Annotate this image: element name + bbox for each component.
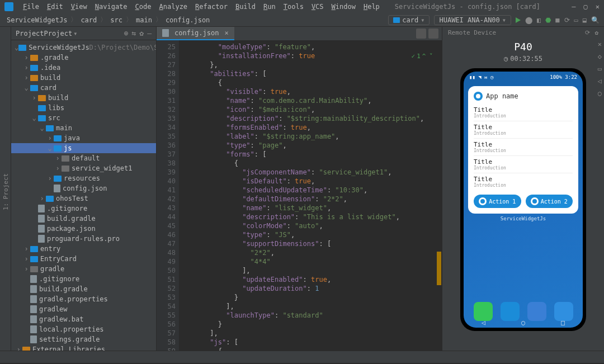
tree-node[interactable]: ›build — [11, 93, 156, 103]
expand-icon[interactable]: › — [38, 195, 46, 202]
gear-icon[interactable]: ✿ — [594, 29, 598, 36]
tab-project[interactable]: 1: Project — [1, 32, 11, 351]
run-icon[interactable] — [516, 17, 521, 23]
run-config-selector[interactable]: card ▾ — [388, 15, 430, 25]
card-action-2[interactable]: Action 2 — [526, 195, 573, 208]
card-action-1[interactable]: Action 1 — [474, 195, 521, 208]
tree-node[interactable]: ›.idea — [11, 63, 156, 73]
tree-node[interactable]: gradlew — [11, 304, 156, 314]
tree-node[interactable]: settings.gradle — [11, 334, 156, 344]
menu-edit[interactable]: Edit — [43, 3, 67, 11]
menu-analyze[interactable]: Analyze — [155, 3, 192, 11]
tree-node[interactable]: libs — [11, 103, 156, 113]
nav-recent-icon[interactable]: □ — [561, 319, 565, 327]
expand-icon[interactable]: › — [46, 174, 54, 182]
tree-node[interactable]: ›EntryCard — [11, 254, 156, 264]
close-icon[interactable]: ✕ — [596, 3, 600, 11]
tree-node[interactable]: proguard-rules.pro — [11, 234, 156, 244]
code-content[interactable]: "moduleType": "feature", "installationFr… — [179, 40, 442, 351]
card-list-item[interactable]: TitleIntroduction — [474, 155, 573, 173]
expand-icon[interactable]: › — [30, 94, 38, 102]
expand-icon[interactable]: ⌄ — [30, 114, 38, 122]
service-widget-card[interactable]: App name TitleIntroductionTitleIntroduct… — [468, 86, 578, 214]
expand-icon[interactable]: › — [54, 164, 62, 172]
crumb[interactable]: main — [134, 16, 154, 24]
sync-icon[interactable]: ⟳ — [564, 16, 570, 24]
locate-icon[interactable]: ⊕ — [124, 29, 129, 37]
expand-icon[interactable]: › — [22, 54, 30, 62]
tree-node[interactable]: build.gradle — [11, 214, 156, 224]
debug-icon[interactable]: ⬤ — [525, 16, 532, 24]
refresh-icon[interactable]: ⟳ — [585, 29, 590, 36]
expand-icon[interactable]: › — [54, 154, 62, 162]
minimize-icon[interactable]: — — [572, 3, 575, 11]
menu-navigate[interactable]: Navigate — [91, 3, 131, 11]
expand-icon[interactable]: ⌄ — [38, 124, 46, 132]
search-icon[interactable]: 🔍 — [591, 16, 600, 24]
menu-file[interactable]: File — [19, 3, 43, 11]
stop-icon[interactable]: ■ — [555, 16, 559, 24]
tree-node[interactable]: .gitignore — [11, 204, 156, 214]
tree-node[interactable]: ›resources — [11, 173, 156, 183]
attach-icon[interactable]: ⬣ — [545, 16, 551, 24]
editor-tab-config[interactable]: config.json × — [157, 27, 234, 40]
profile-icon[interactable]: ◧ — [537, 16, 541, 24]
menu-window[interactable]: Window — [328, 3, 360, 11]
tree-node[interactable]: build.gradle — [11, 284, 156, 294]
card-list-item[interactable]: TitleIntroduction — [474, 121, 573, 138]
close-tab-icon[interactable]: × — [224, 29, 228, 37]
expand-icon[interactable]: ⌄ — [22, 84, 30, 92]
maximize-icon[interactable]: ▢ — [584, 3, 588, 11]
tree-node[interactable]: ⌄main — [11, 123, 156, 133]
tree-node[interactable]: config.json — [11, 183, 156, 193]
rotate-icon[interactable]: ◇ — [598, 53, 602, 60]
expand-icon[interactable]: › — [22, 74, 30, 82]
expand-icon[interactable]: ⌄ — [46, 144, 54, 152]
hide-icon[interactable]: — — [147, 29, 152, 37]
tree-node[interactable]: ⌄js — [11, 143, 156, 153]
expand-icon[interactable]: › — [22, 245, 30, 253]
tree-node[interactable]: ›External Libraries — [11, 344, 156, 351]
tree-node[interactable]: .gitignore — [11, 274, 156, 284]
tree-node[interactable]: ›java — [11, 133, 156, 143]
tree-node[interactable]: ⌄src — [11, 113, 156, 123]
tree-node[interactable]: ›ohosTest — [11, 193, 156, 204]
messages-app-icon[interactable] — [501, 302, 520, 321]
tree-node[interactable]: gradlew.bat — [11, 314, 156, 324]
tree-node[interactable]: package.json — [11, 224, 156, 234]
expand-icon[interactable]: › — [46, 134, 54, 142]
settings-icon[interactable]: ✿ — [139, 29, 144, 37]
collapse-icon[interactable]: ⇆ — [132, 29, 136, 37]
tree-node[interactable]: local.properties — [11, 324, 156, 334]
project-tree[interactable]: ⌄ServiceWidgetJs D:\Project\Demo\Service… — [11, 40, 156, 351]
avd-icon[interactable]: ▭ — [574, 16, 578, 24]
crumb[interactable]: config.json — [163, 16, 212, 24]
tree-node[interactable]: ›gradle — [11, 264, 156, 274]
tree-node[interactable]: ⌄card — [11, 83, 156, 93]
menu-refactor[interactable]: Refactor — [191, 3, 232, 11]
nav-home-icon[interactable]: ○ — [521, 319, 525, 327]
menu-tools[interactable]: Tools — [280, 3, 308, 11]
view-mode-list-icon[interactable] — [416, 29, 426, 39]
card-list-item[interactable]: TitleIntroduction — [474, 104, 573, 121]
menu-view[interactable]: View — [67, 3, 91, 11]
crumb[interactable]: card — [78, 16, 99, 24]
editor-scroll-stripe[interactable] — [437, 50, 441, 330]
phone-screen[interactable]: ▮▮ ◥ ✉ ◷ 100% 3:22 App name TitleIntrodu… — [464, 72, 583, 328]
sdk-icon[interactable]: ⬓ — [583, 16, 587, 24]
expand-icon[interactable]: › — [15, 346, 22, 351]
tree-node[interactable]: ›.gradle — [11, 53, 156, 63]
tree-node[interactable]: ›default — [11, 153, 156, 163]
menu-help[interactable]: Help — [360, 3, 384, 11]
browser-app-icon[interactable] — [527, 302, 546, 321]
menu-vcs[interactable]: VCS — [308, 3, 328, 11]
card-list-item[interactable]: TitleIntroduction — [474, 138, 573, 155]
lint-status[interactable]: ✓1 ^ ˅ — [412, 53, 433, 60]
expand-icon[interactable]: ⌄ — [15, 44, 18, 51]
back-icon[interactable]: ◁ — [598, 77, 602, 85]
view-mode-gallery-icon[interactable] — [428, 29, 438, 39]
expand-icon[interactable]: › — [22, 64, 30, 72]
camera-app-icon[interactable] — [554, 302, 573, 321]
menu-build[interactable]: Build — [232, 3, 259, 11]
tab-structure[interactable]: 2: Structure — [0, 32, 1, 351]
